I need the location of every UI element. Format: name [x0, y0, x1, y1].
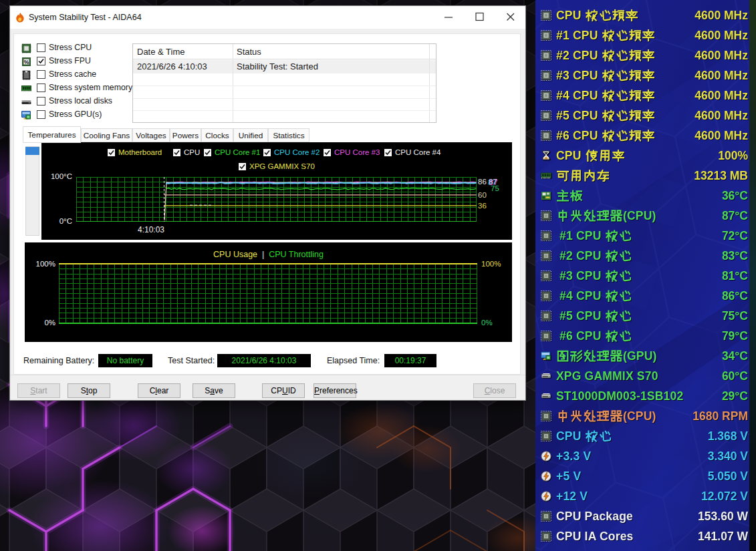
svg-text:%: %: [24, 59, 29, 65]
